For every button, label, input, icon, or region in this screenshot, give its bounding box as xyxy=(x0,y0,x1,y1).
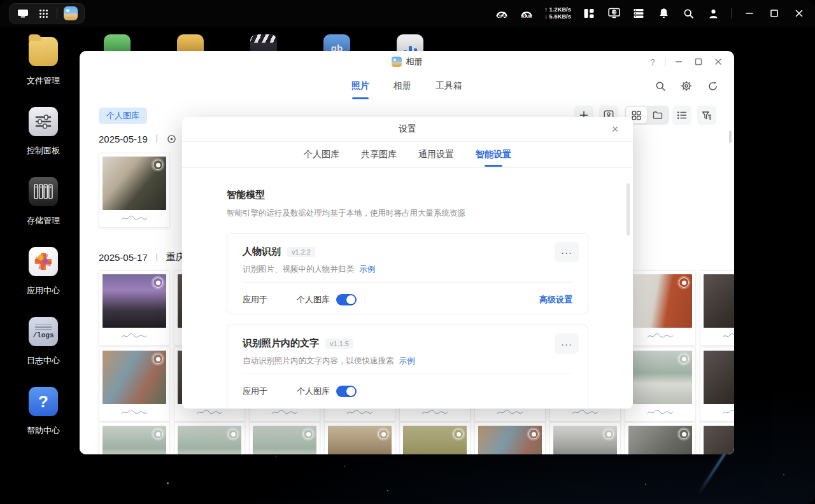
settings-dialog-body: 智能模型 智能引擎的运行及数据处理均基于本地，使用时将占用大量系统资源 人物识别… xyxy=(182,168,633,409)
show-desktop-button[interactable] xyxy=(16,6,30,20)
photo-thumb[interactable] xyxy=(700,422,734,454)
list-view-button[interactable] xyxy=(672,106,691,125)
gallery-scrollbar[interactable] xyxy=(729,130,732,143)
settings-dialog-header: 设置 × xyxy=(182,117,633,142)
scope-label: 个人图库 xyxy=(297,386,330,397)
text-recognition-toggle[interactable] xyxy=(336,386,357,397)
tab-toolbox[interactable]: 工具箱 xyxy=(434,78,464,94)
dialog-close-button[interactable]: × xyxy=(607,122,623,137)
photo-thumb[interactable] xyxy=(99,422,170,454)
download-speed: 5.6KB/s xyxy=(549,13,571,20)
advanced-settings-link[interactable]: 高级设置 xyxy=(539,294,572,305)
group-date: 2025-05-19 xyxy=(99,134,148,144)
photo-thumb[interactable] xyxy=(625,347,696,422)
log-center-icon: /logs xyxy=(29,317,58,346)
control-panel-icon xyxy=(29,107,58,136)
album-app-icon xyxy=(64,6,78,20)
applied-to-label: 应用于 xyxy=(243,294,267,305)
upload-speed: 1.2KB/s xyxy=(549,6,571,13)
upload-arrow-icon: ↑ xyxy=(544,6,548,13)
shortcut-help-center[interactable]: ? 帮助中心 xyxy=(13,387,74,437)
help-button[interactable]: ? xyxy=(646,55,660,69)
ram-gauge[interactable]: RAM xyxy=(520,8,534,19)
example-link[interactable]: 示例 xyxy=(399,356,415,365)
widgets-icon[interactable] xyxy=(582,6,596,20)
shortcut-storage-manager[interactable]: 存储管理 xyxy=(13,177,74,227)
tab-albums[interactable]: 相册 xyxy=(392,78,413,94)
settings-tab-personal-library[interactable]: 个人图库 xyxy=(304,149,339,160)
filter-button[interactable] xyxy=(697,106,716,125)
person-recognition-toggle[interactable] xyxy=(336,294,357,305)
live-photo-icon xyxy=(228,429,238,439)
photo-thumb[interactable] xyxy=(249,422,320,454)
shortcut-label: 应用中心 xyxy=(13,285,74,297)
close-desktop-icon[interactable] xyxy=(792,6,806,20)
album-titlebar[interactable]: 相册 ? xyxy=(80,51,734,73)
toggle-knob xyxy=(346,295,355,304)
photo-thumb[interactable] xyxy=(700,347,734,422)
photo-thumb[interactable] xyxy=(99,153,170,228)
photo-thumb[interactable] xyxy=(474,422,546,454)
shortcut-label: 存储管理 xyxy=(13,215,74,227)
settings-dialog-title: 设置 xyxy=(399,123,416,135)
minimize-button[interactable] xyxy=(672,55,686,69)
taskbar-left xyxy=(9,3,85,24)
network-speed[interactable]: ↑ 1.2KB/s ↓ 5.6KB/s xyxy=(544,6,571,20)
search-photos-icon[interactable] xyxy=(654,80,667,92)
maximize-button[interactable] xyxy=(691,55,705,69)
settings-tab-general[interactable]: 通用设置 xyxy=(418,149,454,160)
photo-thumb[interactable] xyxy=(99,347,170,422)
folder-view-button[interactable] xyxy=(647,107,668,123)
signature-watermark xyxy=(646,409,674,416)
shortcut-log-center[interactable]: /logs 日志中心 xyxy=(13,317,74,367)
photo-thumb[interactable] xyxy=(399,422,471,454)
more-options-button[interactable]: ··· xyxy=(555,242,579,262)
more-options-button[interactable]: ··· xyxy=(555,333,579,354)
photo-thumb[interactable] xyxy=(174,422,245,454)
shortcut-app-center[interactable]: 应用中心 xyxy=(13,247,74,297)
shortcut-label: 日志中心 xyxy=(13,355,74,367)
location-pin-icon[interactable] xyxy=(166,134,177,144)
live-photo-icon xyxy=(153,429,163,439)
photo-thumb[interactable] xyxy=(625,270,696,346)
user-icon[interactable] xyxy=(706,6,720,20)
maximize-desktop-icon[interactable] xyxy=(767,6,781,20)
shortcut-control-panel[interactable]: 控制面板 xyxy=(13,107,74,157)
close-button[interactable] xyxy=(711,55,725,69)
refresh-icon[interactable] xyxy=(706,80,719,92)
notifications-icon[interactable] xyxy=(656,6,670,20)
settings-tab-shared-library[interactable]: 共享图库 xyxy=(361,149,397,160)
remote-access-icon[interactable] xyxy=(607,6,621,20)
model-card-text-recognition: 识别照片内的文字 v1.1.5 ··· 自动识别照片内的文字内容，以便快速搜索示… xyxy=(227,325,588,409)
shortcut-file-manager[interactable]: 文件管理 xyxy=(13,37,74,87)
minimize-desktop-icon[interactable] xyxy=(742,6,756,20)
photo-thumb[interactable] xyxy=(549,422,621,454)
smart-models-title: 智能模型 xyxy=(227,189,265,201)
dialog-scrollbar[interactable] xyxy=(627,183,630,235)
cpu-gauge[interactable]: CPU xyxy=(495,8,509,19)
tab-photos[interactable]: 照片 xyxy=(350,78,371,94)
settings-gear-icon[interactable] xyxy=(680,80,693,92)
ram-label: RAM xyxy=(521,15,532,19)
search-icon[interactable] xyxy=(681,6,695,20)
signature-watermark xyxy=(120,409,148,416)
model-title: 识别照片内的文字 xyxy=(243,337,319,349)
system-topbar: CPU RAM ↑ 1.2KB/s ↓ 5.6KB/s xyxy=(0,0,815,27)
photo-thumb[interactable] xyxy=(99,270,170,346)
app-launcher-button[interactable] xyxy=(36,6,50,20)
photo-thumb[interactable] xyxy=(625,422,696,454)
date-group-header: 2025-05-19 丨 xyxy=(99,133,177,144)
star xyxy=(344,466,345,467)
settings-tab-smart[interactable]: 智能设置 xyxy=(476,149,511,160)
photo-thumb[interactable] xyxy=(324,422,395,454)
system-tasks-icon[interactable] xyxy=(632,6,646,20)
photo-thumb[interactable] xyxy=(700,270,734,346)
model-description-text: 自动识别照片内的文字内容，以便快速搜索 xyxy=(243,356,394,365)
signature-watermark xyxy=(195,409,223,416)
example-link[interactable]: 示例 xyxy=(359,265,375,274)
live-photo-icon xyxy=(679,354,689,364)
model-card-person-recognition: 人物识别 v1.2.2 ··· 识别图片、视频中的人物并归类示例 应用于 个人图… xyxy=(227,233,588,314)
applied-to-label: 应用于 xyxy=(243,386,267,397)
taskbar-album-app[interactable] xyxy=(64,6,78,20)
shortcut-label: 帮助中心 xyxy=(13,425,74,437)
